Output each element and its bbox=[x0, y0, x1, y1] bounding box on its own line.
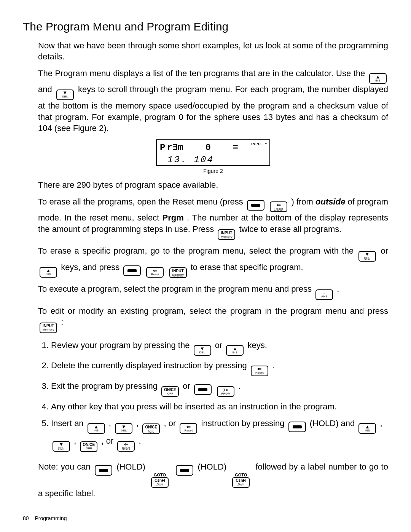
step-list: Review your program by pressing the ▼ DE… bbox=[38, 339, 388, 452]
shift-key bbox=[95, 465, 112, 476]
erase-one-paragraph: To erase a specific program, go to the p… bbox=[38, 245, 388, 278]
scroll-paragraph: The Program menu displays a list of the … bbox=[38, 68, 388, 134]
erase-all-paragraph: To erase all the programs, open the Rese… bbox=[38, 196, 388, 240]
shift-key bbox=[176, 465, 193, 476]
down-del-key: ▼ DEL bbox=[53, 441, 70, 452]
up-ins-key: ▲ INS bbox=[358, 423, 376, 434]
input-memory-key: INPUT Memory bbox=[218, 229, 235, 240]
text: and bbox=[38, 85, 55, 94]
down-del-key: ▼ DEL bbox=[115, 423, 132, 434]
step-5: Insert an ▲ INS , ▼ DEL , ON/CE OFF , or… bbox=[51, 417, 388, 452]
shift-key bbox=[123, 265, 141, 276]
step-4: Any other key that you press will be ins… bbox=[51, 400, 388, 413]
goto-cshfl-key: GOTO CshFl Data bbox=[150, 473, 170, 488]
up-ins-key: ▲ INS bbox=[226, 345, 244, 356]
text: twice to erase all programs. bbox=[239, 224, 341, 234]
equals-ans-key: = ANS bbox=[315, 289, 333, 300]
up-ins-key: ▲ INS bbox=[369, 73, 387, 84]
section-name: Programming bbox=[35, 515, 67, 521]
once-off-key: ON/CE OFF bbox=[142, 423, 160, 434]
input-memory-key: INPUT Memory bbox=[169, 267, 187, 278]
shift-key bbox=[194, 384, 212, 395]
prgm-bold: Prgm bbox=[162, 213, 183, 222]
text: To erase a specific program, go to the p… bbox=[38, 246, 357, 256]
text: or bbox=[381, 246, 388, 256]
down-del-key: ▼ DEL bbox=[56, 89, 74, 100]
figure-caption: Figure 2 bbox=[38, 168, 388, 175]
up-ins-key: ▲ INS bbox=[40, 267, 57, 278]
step-3: Exit the program by pressing ON/CE OFF o… bbox=[51, 379, 388, 397]
lcd-annunciator: INPUT = bbox=[251, 142, 267, 146]
left-reset-key: ⇐ Reset bbox=[251, 366, 268, 376]
page-title: The Program Menu and Program Editing bbox=[23, 19, 388, 35]
text: ) from bbox=[291, 197, 315, 206]
text: To execute a program, select the program… bbox=[38, 284, 314, 294]
lcd-figure: INPUT = PrEm 0 = 13. 104 bbox=[156, 139, 270, 166]
text: : bbox=[61, 317, 63, 327]
lcd-line1: PrEm 0 = bbox=[160, 142, 240, 154]
execute-paragraph: To execute a program, select the program… bbox=[38, 283, 388, 300]
text: To erase all the programs, open the Rese… bbox=[38, 197, 245, 206]
left-reset-key: ⇐ Reset bbox=[270, 201, 287, 212]
goto-cshfl-key: GOTO CshFl Data bbox=[231, 473, 251, 488]
rpar-prgm-key: ) x PRGM bbox=[217, 386, 234, 397]
text: . bbox=[337, 284, 339, 294]
bytes-paragraph: There are 290 bytes of program space ava… bbox=[38, 179, 388, 191]
once-off-key: ON/CE OFF bbox=[161, 386, 179, 397]
text: to erase that specific program. bbox=[191, 262, 303, 272]
step-1: Review your program by pressing the ▼ DE… bbox=[51, 339, 388, 356]
lcd-line2: 13. 104 bbox=[167, 154, 266, 166]
outside-em: outside bbox=[315, 197, 345, 206]
text: keys, and press bbox=[61, 262, 122, 272]
down-del-key: ▼ DEL bbox=[358, 251, 376, 262]
left-reset-key: ⇐ Reset bbox=[117, 441, 135, 452]
input-memory-key: INPUT Memory bbox=[40, 323, 57, 333]
step-2: Delete the currently displayed instructi… bbox=[51, 359, 388, 376]
text: To edit or modify an existing program, s… bbox=[38, 306, 388, 316]
text: keys to scroll through the program menu.… bbox=[38, 85, 388, 133]
page-footer: 80 Programming bbox=[23, 515, 67, 522]
shift-key bbox=[288, 422, 306, 432]
down-del-key: ▼ DEL bbox=[194, 345, 211, 356]
text: The Program menu displays a list of the … bbox=[38, 69, 368, 78]
shift-key bbox=[247, 200, 264, 211]
note-paragraph: Note: you can (HOLD) GOTO CshFl Data (HO… bbox=[38, 461, 388, 499]
up-ins-key: ▲ INS bbox=[88, 423, 105, 434]
intro-paragraph: Now that we have been through some short… bbox=[38, 40, 388, 62]
left-reset-key: ⇐ Reset bbox=[180, 423, 197, 434]
page-number: 80 bbox=[23, 515, 29, 521]
left-reset-key: ⇐ Reset bbox=[146, 267, 164, 278]
once-off-key: ON/CE OFF bbox=[80, 441, 97, 452]
edit-paragraph: To edit or modify an existing program, s… bbox=[38, 305, 388, 333]
